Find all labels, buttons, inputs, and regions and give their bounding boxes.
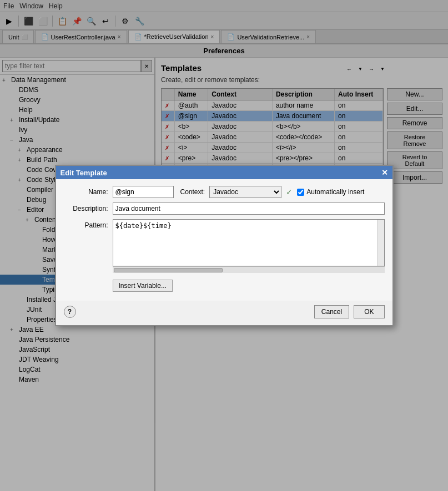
insert-variable-btn[interactable]: Insert Variable... — [113, 280, 173, 292]
auto-insert-icon: ✓ — [286, 188, 293, 196]
edit-template-dialog: Edit Template ✕ Name: Context: Javadoc ✓… — [55, 165, 394, 326]
description-label: Description: — [64, 205, 108, 212]
help-button[interactable]: ? — [64, 306, 76, 318]
dialog-overlay: Edit Template ✕ Name: Context: Javadoc ✓… — [0, 0, 448, 491]
pattern-label: Pattern: — [64, 219, 108, 229]
auto-insert-checkbox[interactable] — [297, 189, 304, 196]
auto-insert-label: Automatically insert — [297, 188, 364, 196]
dialog-footer: ? Cancel OK — [56, 301, 392, 325]
dialog-description-row: Description: — [64, 203, 385, 215]
pattern-textarea[interactable] — [113, 220, 384, 264]
name-input[interactable] — [113, 186, 174, 198]
dialog-title: Edit Template — [61, 169, 107, 177]
context-select[interactable]: Javadoc — [209, 186, 281, 198]
insert-variable-row: Insert Variable... — [64, 277, 385, 294]
cancel-button[interactable]: Cancel — [314, 305, 349, 318]
pattern-container — [113, 219, 385, 266]
name-label: Name: — [64, 188, 108, 196]
context-label: Context: — [180, 188, 205, 196]
ok-button[interactable]: OK — [354, 305, 384, 318]
dialog-body: Name: Context: Javadoc ✓ Automatically i… — [56, 179, 392, 301]
pattern-container-wrapper — [113, 219, 385, 273]
pattern-hscroll-thumb — [114, 268, 223, 272]
dialog-name-row: Name: Context: Javadoc ✓ Automatically i… — [64, 186, 385, 198]
dialog-pattern-row: Pattern: — [64, 219, 385, 273]
pattern-hscroll[interactable] — [113, 266, 385, 273]
dialog-close-btn[interactable]: ✕ — [381, 168, 388, 177]
description-input[interactable] — [113, 203, 385, 215]
dialog-titlebar: Edit Template ✕ — [56, 166, 392, 179]
dialog-footer-buttons: Cancel OK — [314, 305, 385, 318]
